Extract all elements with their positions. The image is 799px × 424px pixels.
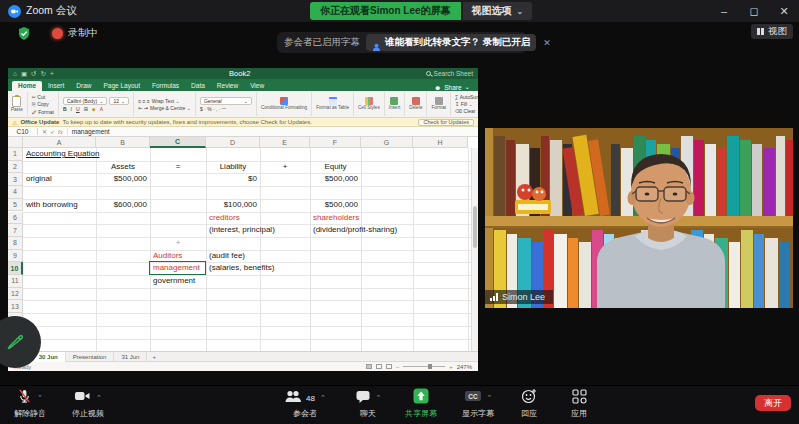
- wrap-text-button[interactable]: Wrap Text ⌄: [152, 98, 180, 104]
- cell-D10[interactable]: (salaries, benefits): [209, 262, 274, 274]
- apps-button[interactable]: 应用: [549, 390, 609, 419]
- formula-bar-icons[interactable]: ✕✓fx: [38, 128, 68, 135]
- italic-button[interactable]: I: [71, 106, 72, 112]
- cut-button[interactable]: ✂ Cut: [32, 94, 54, 100]
- sheet-tab-presentation[interactable]: Presentation: [66, 352, 115, 362]
- insert-cells-button[interactable]: Insert: [389, 92, 406, 116]
- normal-view-icon[interactable]: [366, 364, 372, 369]
- clear-button[interactable]: ⌫ Clear ⌄: [455, 108, 478, 114]
- column-header-B[interactable]: B: [96, 137, 150, 148]
- ribbon-tab-review[interactable]: Review: [211, 81, 244, 91]
- cell-F7[interactable]: (dividend/profit-sharing): [313, 224, 397, 236]
- cell-D7[interactable]: (interest, principal): [209, 224, 275, 236]
- zoom-slider[interactable]: [403, 366, 445, 367]
- column-header-E[interactable]: E: [260, 137, 310, 148]
- column-header-C[interactable]: C: [150, 137, 206, 148]
- cell-D2[interactable]: Liability: [206, 161, 260, 173]
- row-header-3[interactable]: 3: [8, 173, 23, 186]
- ribbon-tab-formulas[interactable]: Formulas: [146, 81, 185, 91]
- home-icon[interactable]: ⌂: [13, 70, 17, 78]
- ribbon-tab-draw[interactable]: Draw: [70, 81, 97, 91]
- notice-close-icon[interactable]: ✕: [543, 38, 551, 48]
- cell-F2[interactable]: Equity: [310, 161, 361, 173]
- add-sheet-button[interactable]: +: [152, 354, 156, 360]
- view-button[interactable]: 视图: [751, 24, 793, 39]
- vertical-scrollbar[interactable]: [471, 148, 478, 351]
- search-sheet-box[interactable]: Search Sheet: [426, 70, 473, 77]
- cell-C11[interactable]: government: [153, 275, 195, 287]
- column-header-F[interactable]: F: [310, 137, 361, 148]
- cell-E2[interactable]: +: [260, 161, 310, 173]
- cell-F6[interactable]: shareholders: [313, 212, 359, 224]
- ribbon-tab-home[interactable]: Home: [12, 81, 42, 91]
- font-name-select[interactable]: Calibri (Body) ⌄: [63, 97, 108, 105]
- ribbon-tab-view[interactable]: View: [244, 81, 270, 91]
- row-header-1[interactable]: 1: [8, 148, 23, 161]
- row-header-12[interactable]: 12: [8, 288, 23, 301]
- conditional-formatting-button[interactable]: Conditional Formatting: [261, 92, 312, 116]
- share-button[interactable]: ☻ Share ⌄: [434, 83, 478, 91]
- recording-indicator[interactable]: 录制中: [52, 26, 98, 40]
- cell-C8[interactable]: +: [150, 237, 206, 249]
- indent-icons[interactable]: ⇤ ⇥: [138, 105, 148, 111]
- spreadsheet-grid[interactable]: ABCDEFGH12345678910111213141516Accountin…: [8, 137, 478, 351]
- stop-video-button[interactable]: ⌃停止视频: [58, 390, 118, 419]
- font-size-select[interactable]: 12 ⌄: [109, 97, 129, 105]
- scrollbar-thumb[interactable]: [473, 206, 477, 248]
- fill-color-button[interactable]: ◆: [92, 106, 96, 112]
- column-header-G[interactable]: G: [361, 137, 413, 148]
- leave-button[interactable]: 离开: [755, 395, 791, 411]
- column-header-D[interactable]: D: [206, 137, 260, 148]
- border-button[interactable]: ⊞: [84, 106, 88, 112]
- fill-button[interactable]: ↧ Fill ⌄: [455, 101, 478, 107]
- row-header-4[interactable]: 4: [8, 186, 23, 199]
- save-icon[interactable]: ▣: [21, 70, 27, 78]
- column-header-A[interactable]: A: [23, 137, 96, 148]
- select-all-corner[interactable]: [8, 137, 23, 148]
- cell-B3[interactable]: $500,000: [96, 173, 147, 185]
- unmute-button[interactable]: ⌃解除静音: [0, 390, 60, 419]
- cell-D6[interactable]: creditors: [209, 212, 240, 224]
- row-header-10[interactable]: 10: [8, 262, 23, 275]
- format-cells-button[interactable]: Format: [431, 92, 451, 116]
- security-shield-icon[interactable]: [18, 26, 30, 44]
- font-color-button[interactable]: A: [100, 106, 103, 112]
- cell-F3[interactable]: $500,000: [310, 173, 358, 185]
- cell-D5[interactable]: $100,000: [206, 199, 257, 211]
- ribbon-tab-insert[interactable]: Insert: [42, 81, 70, 91]
- chevron-up-icon[interactable]: ⌃: [37, 394, 43, 402]
- zoom-in-icon[interactable]: +: [449, 364, 453, 370]
- row-header-2[interactable]: 2: [8, 161, 23, 174]
- row-header-8[interactable]: 8: [8, 237, 23, 250]
- name-box[interactable]: C10: [8, 128, 38, 135]
- chevron-up-icon[interactable]: ⌃: [376, 394, 382, 402]
- participants-button[interactable]: 48⌃参会者: [275, 390, 335, 419]
- cell-A3[interactable]: original: [26, 173, 52, 185]
- transcript-notice-button[interactable]: 谁能看到此转录文字？ 录制已开启: [366, 34, 536, 51]
- maximize-button[interactable]: ◻: [739, 0, 769, 22]
- chevron-up-icon[interactable]: ⌃: [96, 394, 102, 402]
- chat-button[interactable]: ⌃聊天: [338, 390, 398, 419]
- row-header-5[interactable]: 5: [8, 199, 23, 212]
- cell-D9[interactable]: (audit fee): [209, 250, 245, 262]
- cell-B5[interactable]: $600,000: [96, 199, 147, 211]
- cell-C10[interactable]: management: [153, 262, 200, 274]
- cell-A1[interactable]: Accounting Equation: [26, 148, 99, 160]
- format-painter-button[interactable]: 🖉 Format: [32, 109, 54, 115]
- webcam-video[interactable]: Simon Lee: [485, 128, 793, 308]
- merge-centre-button[interactable]: Merge & Centre ⌄: [150, 105, 191, 111]
- quick-access-toolbar[interactable]: ⌂ ▣ ↺ ↻ +: [13, 70, 54, 78]
- chevron-up-icon[interactable]: ⌃: [320, 394, 326, 402]
- underline-button[interactable]: U: [76, 106, 80, 112]
- chevron-up-icon[interactable]: ⌃: [487, 394, 493, 402]
- cell-C9[interactable]: Auditors: [153, 250, 182, 262]
- share-screen-button[interactable]: 共享屏幕: [391, 390, 451, 419]
- view-options-button[interactable]: 视图选项 ⌄: [463, 2, 533, 20]
- number-buttons[interactable]: $ · % · , · ⁰⁰: [200, 106, 252, 112]
- format-as-table-button[interactable]: Format as Table: [316, 92, 354, 116]
- paste-button[interactable]: Paste: [11, 92, 28, 116]
- row-header-9[interactable]: 9: [8, 250, 23, 263]
- cell-D3[interactable]: $0: [206, 173, 257, 185]
- minimize-button[interactable]: –: [709, 0, 739, 22]
- page-break-view-icon[interactable]: [386, 364, 392, 369]
